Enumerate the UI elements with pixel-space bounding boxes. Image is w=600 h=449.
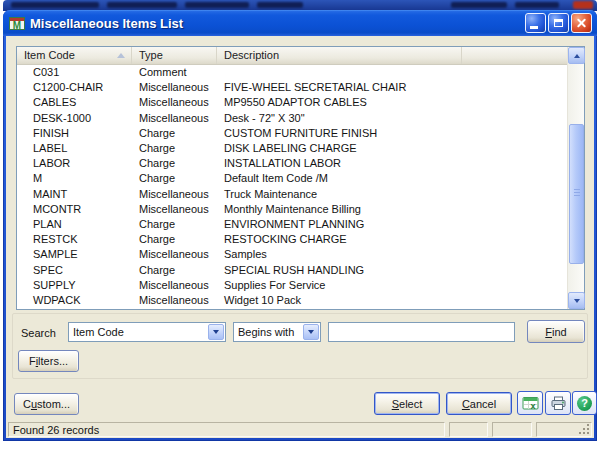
chevron-down-icon — [208, 324, 224, 340]
table-row[interactable]: SAMPLE Miscellaneous Samples — [17, 247, 567, 262]
table-row[interactable]: SPEC Charge SPECIAL RUSH HANDLING — [17, 262, 567, 277]
chevron-down-icon — [303, 324, 319, 340]
find-button[interactable]: Find — [527, 320, 585, 343]
close-button[interactable] — [571, 13, 592, 33]
cell-type: Miscellaneous — [132, 247, 217, 262]
svg-text:x: x — [530, 401, 535, 411]
cell-description: Truck Maintenance — [217, 187, 567, 202]
select-button[interactable]: Select — [374, 392, 440, 415]
cell-type: Charge — [132, 232, 217, 247]
table-row[interactable]: MCONTR Miscellaneous Monthly Maintenance… — [17, 202, 567, 217]
table-row[interactable]: LABOR Charge INSTALLATION LABOR — [17, 156, 567, 171]
svg-text:M: M — [13, 20, 21, 31]
vertical-scrollbar[interactable] — [567, 47, 584, 309]
arrow-up-icon — [574, 54, 580, 58]
background-blur — [11, 2, 99, 8]
cell-item-code: M — [17, 171, 132, 186]
cell-item-code: LABOR — [17, 156, 132, 171]
cell-type: Miscellaneous — [132, 111, 217, 126]
window-title: Miscellaneous Items List — [30, 16, 525, 31]
filters-button[interactable]: Filters... — [18, 350, 79, 372]
minimize-icon — [530, 26, 538, 29]
cell-description: RESTOCKING CHARGE — [217, 232, 567, 247]
column-header-description[interactable]: Description — [217, 47, 462, 64]
background-blur — [515, 2, 559, 8]
table-row[interactable]: LABEL Charge DISK LABELING CHARGE — [17, 141, 567, 156]
cell-type: Miscellaneous — [132, 202, 217, 217]
cell-item-code: RESTCK — [17, 232, 132, 247]
column-label: Item Code — [24, 49, 75, 61]
cell-description: Supplies For Service — [217, 278, 567, 293]
cell-item-code: LABEL — [17, 141, 132, 156]
scroll-down-button[interactable] — [568, 292, 585, 309]
cell-description: INSTALLATION LABOR — [217, 156, 567, 171]
table-header: Item Code Type Description — [17, 47, 567, 65]
status-bar: Found 26 records — [6, 421, 594, 438]
cell-type: Charge — [132, 141, 217, 156]
excel-export-button[interactable]: x — [517, 391, 543, 415]
maximize-icon — [554, 19, 563, 27]
cell-type: Charge — [132, 126, 217, 141]
status-panel-main: Found 26 records — [8, 422, 445, 437]
table-row[interactable]: CABLES Miscellaneous MP9550 ADAPTOR CABL… — [17, 95, 567, 110]
column-header-item-code[interactable]: Item Code — [17, 47, 132, 64]
table-row[interactable]: WDPACK Miscellaneous Widget 10 Pack — [17, 293, 567, 308]
column-header-spacer — [462, 47, 567, 64]
table-row[interactable]: DESK-1000 Miscellaneous Desk - 72" X 30" — [17, 111, 567, 126]
table-row[interactable]: PLAN Charge ENVIRONMENT PLANNING — [17, 217, 567, 232]
resize-grip[interactable] — [580, 425, 590, 435]
maximize-button[interactable] — [548, 13, 569, 33]
table-row[interactable]: RESTCK Charge RESTOCKING CHARGE — [17, 232, 567, 247]
search-field-value: Item Code — [69, 326, 207, 338]
custom-button[interactable]: Custom... — [14, 393, 79, 415]
column-header-type[interactable]: Type — [132, 47, 217, 64]
cancel-button[interactable]: Cancel — [446, 392, 512, 415]
cell-type: Charge — [132, 263, 217, 278]
window-controls — [525, 13, 592, 33]
cell-item-code: C031 — [17, 65, 132, 80]
cell-type: Miscellaneous — [132, 187, 217, 202]
search-input[interactable] — [328, 322, 515, 342]
cell-item-code: PLAN — [17, 217, 132, 232]
cell-description: CUSTOM FURNITURE FINISH — [217, 126, 567, 141]
print-button[interactable] — [545, 391, 571, 415]
status-text: Found 26 records — [13, 424, 99, 436]
app-icon: M — [9, 15, 25, 31]
cell-item-code: SPEC — [17, 263, 132, 278]
table-body: C031 Comment C1200-CHAIR Miscellaneous F… — [17, 65, 567, 308]
search-operator-select[interactable]: Begins with — [233, 322, 321, 342]
cell-type: Charge — [132, 217, 217, 232]
cell-type: Miscellaneous — [132, 80, 217, 95]
background-blur — [107, 2, 177, 8]
search-field-select[interactable]: Item Code — [68, 322, 226, 342]
table-row[interactable]: C031 Comment — [17, 65, 567, 80]
minimize-button[interactable] — [525, 13, 546, 33]
titlebar[interactable]: M Miscellaneous Items List — [3, 10, 597, 36]
scrollbar-thumb[interactable] — [569, 124, 584, 264]
cell-item-code: CABLES — [17, 95, 132, 110]
table-row[interactable]: MAINT Miscellaneous Truck Maintenance — [17, 187, 567, 202]
items-table: Item Code Type Description C031 Comment — [16, 46, 585, 310]
excel-export-icon: x — [522, 396, 539, 411]
cell-description: DISK LABELING CHARGE — [217, 141, 567, 156]
search-label: Search — [21, 327, 56, 339]
cell-item-code: FINISH — [17, 126, 132, 141]
cell-description: Default Item Code /M — [217, 171, 567, 186]
table-row[interactable]: C1200-CHAIR Miscellaneous FIVE-WHEEL SEC… — [17, 80, 567, 95]
cell-type: Comment — [132, 65, 217, 80]
dialog-miscellaneous-items-list: M Miscellaneous Items List Item Code — [3, 10, 597, 441]
cell-item-code: SAMPLE — [17, 247, 132, 262]
table-row[interactable]: M Charge Default Item Code /M — [17, 171, 567, 186]
cell-item-code: SUPPLY — [17, 278, 132, 293]
scroll-up-button[interactable] — [568, 47, 585, 64]
cell-description: Samples — [217, 247, 567, 262]
dialog-body: Item Code Type Description C031 Comment — [6, 36, 594, 438]
help-button[interactable]: ? — [572, 391, 597, 415]
cell-type: Charge — [132, 156, 217, 171]
background-blur — [451, 2, 507, 8]
cell-item-code: MCONTR — [17, 202, 132, 217]
background-close-icon — [573, 1, 593, 9]
screen: M Miscellaneous Items List Item Code — [0, 0, 600, 449]
table-row[interactable]: SUPPLY Miscellaneous Supplies For Servic… — [17, 278, 567, 293]
table-row[interactable]: FINISH Charge CUSTOM FURNITURE FINISH — [17, 126, 567, 141]
